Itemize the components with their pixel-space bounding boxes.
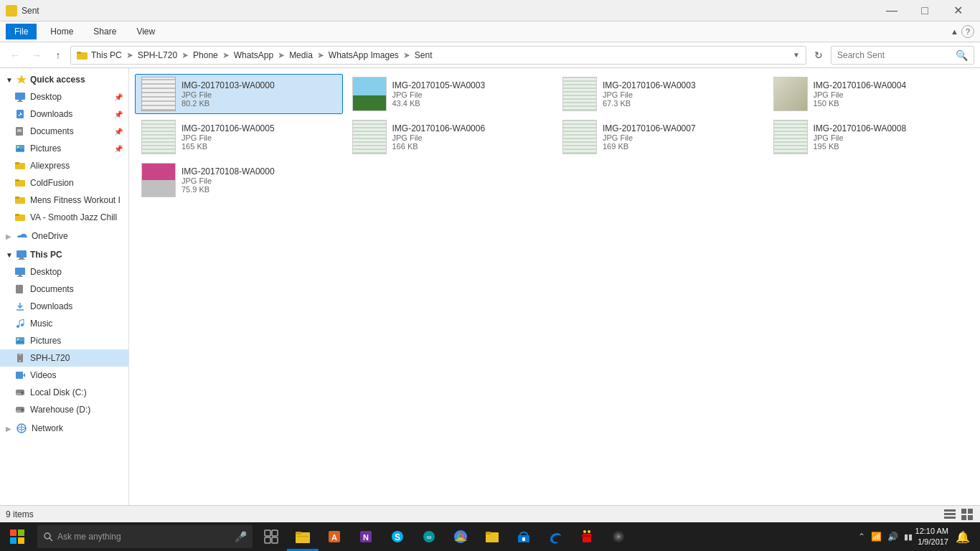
taskbar-file-explorer[interactable] bbox=[287, 522, 319, 551]
tab-file[interactable]: File bbox=[6, 24, 37, 39]
help-icon[interactable]: ? bbox=[961, 25, 974, 38]
file-item[interactable]: IMG-20170108-WA0000JPG File75.9 KB bbox=[135, 160, 343, 200]
file-item[interactable]: IMG-20170106-WA0005JPG File165 KB bbox=[135, 117, 343, 157]
search-input[interactable] bbox=[837, 50, 953, 60]
breadcrumb-whatsapp[interactable]: WhatsApp bbox=[234, 50, 273, 60]
file-item[interactable]: IMG-20170106-WA0008JPG File195 KB bbox=[767, 117, 975, 157]
start-button[interactable] bbox=[0, 522, 34, 551]
sidebar-thispc-header[interactable]: ▼ This PC bbox=[0, 246, 128, 263]
sidebar-item-mens-fitness[interactable]: Mens Fitness Workout I bbox=[0, 192, 128, 209]
sidebar-item-downloads-pc[interactable]: Downloads bbox=[0, 298, 128, 315]
microphone-icon[interactable]: 🎤 bbox=[235, 531, 247, 542]
sidebar-item-coldfusion[interactable]: ColdFusion bbox=[0, 174, 128, 192]
taskbar-clock[interactable]: 12:10 AM 1/9/2017 bbox=[915, 526, 948, 548]
file-size: 80.2 KB bbox=[182, 99, 336, 108]
breadcrumb-thispc[interactable]: This PC bbox=[91, 50, 122, 60]
search-box[interactable]: 🔍 bbox=[831, 46, 974, 65]
breadcrumb-sph[interactable]: SPH-L720 bbox=[138, 50, 177, 60]
taskbar-popcorn[interactable] bbox=[571, 522, 603, 551]
file-item[interactable]: IMG-20170103-WA0000JPG File80.2 KB bbox=[135, 74, 343, 114]
desktop-icon bbox=[14, 91, 26, 103]
maximize-button[interactable]: □ bbox=[908, 0, 941, 22]
taskbar-store[interactable] bbox=[508, 522, 540, 551]
sidebar-item-desktop-pc[interactable]: Desktop bbox=[0, 263, 128, 281]
volume-icon[interactable]: 🔊 bbox=[887, 532, 898, 542]
sidebar-item-network[interactable]: ▶ Network bbox=[0, 420, 128, 437]
file-item[interactable]: IMG-20170106-WA0006JPG File166 KB bbox=[346, 117, 554, 157]
battery-icon[interactable]: ▮▮ bbox=[904, 532, 913, 542]
address-bar[interactable]: This PC ➤ SPH-L720 ➤ Phone ➤ WhatsApp ➤ … bbox=[70, 46, 806, 65]
file-item[interactable]: IMG-20170106-WA0004JPG File150 KB bbox=[767, 74, 975, 114]
sidebar-item-onedrive[interactable]: ▶ OneDrive bbox=[0, 227, 128, 245]
taskbar-chrome[interactable] bbox=[445, 522, 476, 551]
file-type: JPG File bbox=[603, 90, 758, 99]
taskbar-app-unknown[interactable]: A bbox=[319, 522, 350, 551]
up-button[interactable]: ↑ bbox=[49, 46, 67, 65]
taskbar-skype[interactable]: S bbox=[382, 522, 413, 551]
taskbar-file-manager[interactable] bbox=[476, 522, 508, 551]
taskbar-edge[interactable] bbox=[540, 522, 571, 551]
svg-rect-52 bbox=[944, 513, 956, 515]
svg-text:∞: ∞ bbox=[426, 533, 431, 541]
taskbar-onenote[interactable]: N bbox=[350, 522, 382, 551]
file-info: IMG-20170106-WA0007JPG File169 KB bbox=[603, 123, 758, 151]
tab-home[interactable]: Home bbox=[41, 23, 83, 40]
ribbon: File Home Share View ▲ ? bbox=[0, 22, 980, 42]
breadcrumb-media[interactable]: Media bbox=[289, 50, 313, 60]
breadcrumb-phone[interactable]: Phone bbox=[193, 50, 218, 60]
refresh-button[interactable]: ↻ bbox=[809, 46, 828, 65]
back-button[interactable]: ← bbox=[6, 46, 24, 65]
breadcrumb-waimages[interactable]: WhatsApp Images bbox=[329, 50, 399, 60]
sidebar-item-music[interactable]: Music bbox=[0, 315, 128, 332]
file-item[interactable]: IMG-20170106-WA0007JPG File169 KB bbox=[556, 117, 764, 157]
svg-rect-24 bbox=[18, 259, 25, 260]
file-area: IMG-20170103-WA0000JPG File80.2 KBIMG-20… bbox=[129, 68, 980, 505]
sidebar-item-warehouse-d[interactable]: Warehouse (D:) bbox=[0, 401, 128, 418]
taskbar-search-icon bbox=[43, 532, 53, 542]
taskbar-search-box[interactable]: Ask me anything 🎤 bbox=[37, 525, 253, 548]
view-details-button[interactable] bbox=[943, 507, 957, 522]
file-item[interactable]: IMG-20170106-WA0003JPG File67.3 KB bbox=[556, 74, 764, 114]
svg-point-47 bbox=[22, 409, 24, 411]
notification-button[interactable]: 🔔 bbox=[951, 522, 974, 551]
sidebar-item-documents-qa[interactable]: Documents 📌 bbox=[0, 123, 128, 140]
sidebar-item-documents-pc[interactable]: Documents bbox=[0, 281, 128, 298]
tab-view[interactable]: View bbox=[127, 23, 164, 40]
file-name: IMG-20170106-WA0006 bbox=[392, 123, 547, 133]
pictures-icon bbox=[14, 143, 26, 154]
sidebar-item-downloads-qa[interactable]: Downloads 📌 bbox=[0, 105, 128, 123]
taskbar-unknown-app[interactable] bbox=[603, 522, 634, 551]
sidebar-section-quick-access: ▼ Quick access Desktop 📌 Downloads 📌 bbox=[0, 71, 128, 226]
svg-rect-27 bbox=[17, 276, 23, 277]
address-dropdown-icon[interactable]: ▼ bbox=[793, 51, 800, 59]
sidebar-item-localdisk-c[interactable]: Local Disk (C:) bbox=[0, 384, 128, 401]
taskbar-task-view[interactable] bbox=[255, 522, 287, 551]
file-thumbnail bbox=[352, 77, 387, 111]
svg-line-63 bbox=[50, 538, 52, 541]
network-status-icon[interactable]: 📶 bbox=[871, 532, 882, 542]
ribbon-collapse-icon[interactable]: ▲ bbox=[951, 27, 958, 36]
sidebar-quick-access-header[interactable]: ▼ Quick access bbox=[0, 71, 128, 88]
close-button[interactable]: ✕ bbox=[941, 0, 974, 22]
file-item[interactable]: IMG-20170105-WA0003JPG File43.4 KB bbox=[346, 74, 554, 114]
tab-share[interactable]: Share bbox=[84, 23, 126, 40]
breadcrumb-sent[interactable]: Sent bbox=[415, 50, 433, 60]
sidebar-item-smooth-jazz[interactable]: VA - Smooth Jazz Chill bbox=[0, 209, 128, 226]
minimize-button[interactable]: — bbox=[875, 0, 908, 22]
downloads-icon bbox=[14, 108, 26, 120]
view-large-icons-button[interactable] bbox=[960, 507, 974, 522]
file-type: JPG File bbox=[182, 90, 336, 99]
forward-button[interactable]: → bbox=[27, 46, 46, 65]
sidebar-item-pictures-pc[interactable]: Pictures bbox=[0, 332, 128, 349]
sidebar-item-sph-l720[interactable]: SPH-L720 bbox=[0, 349, 128, 367]
chevron-up-icon[interactable]: ⌃ bbox=[858, 532, 865, 542]
svg-rect-11 bbox=[16, 145, 24, 152]
sidebar-item-pictures-qa[interactable]: Pictures 📌 bbox=[0, 140, 128, 157]
search-icon[interactable]: 🔍 bbox=[956, 50, 968, 61]
svg-point-88 bbox=[583, 530, 586, 533]
taskbar-app-arduino[interactable]: ∞ bbox=[413, 522, 445, 551]
file-thumbnail bbox=[141, 77, 176, 111]
sidebar-item-aliexpress[interactable]: Aliexpress bbox=[0, 157, 128, 174]
sidebar-item-videos[interactable]: Videos bbox=[0, 367, 128, 384]
sidebar-item-desktop-qa[interactable]: Desktop 📌 bbox=[0, 88, 128, 105]
